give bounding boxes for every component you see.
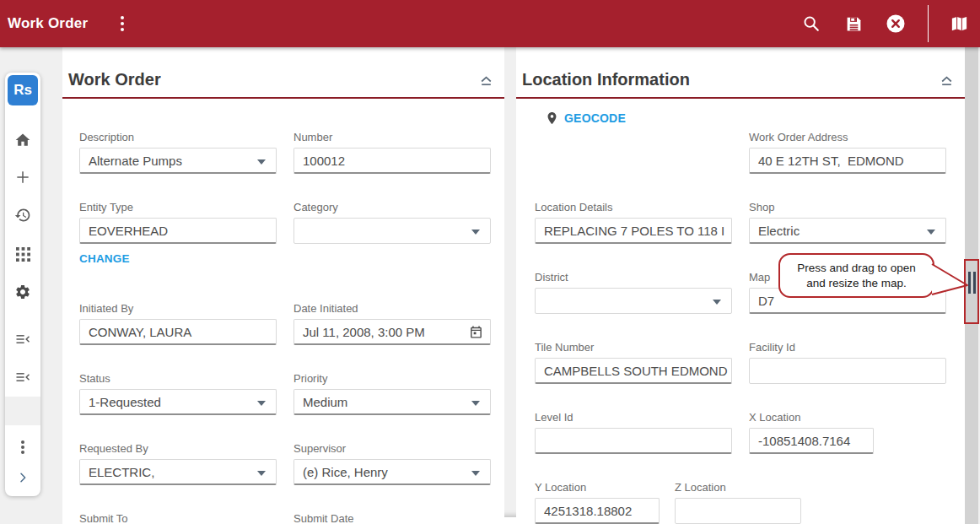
requested-by-field: Requested By ELECTRIC,	[79, 442, 277, 485]
tooltip-text: Press and drag to open and resize the ma…	[787, 261, 926, 291]
more-options-icon[interactable]	[13, 437, 33, 457]
add-new-icon[interactable]	[13, 167, 33, 187]
supervisor-field: Supervisor (e) Rice, Henry	[293, 442, 491, 485]
level-id-input[interactable]	[535, 428, 732, 454]
collapse-list-icon[interactable]	[13, 329, 33, 349]
district-field: District	[535, 271, 732, 314]
change-link[interactable]: CHANGE	[79, 252, 130, 265]
field-label: District	[535, 271, 732, 284]
shop-field: Shop Electric	[749, 201, 946, 244]
panel-title: Location Information	[522, 70, 690, 89]
field-label: Description	[79, 131, 277, 143]
field-value: Electric	[750, 219, 945, 243]
tile-number-field: Tile Number CAMPBELLS SOUTH EDMOND	[535, 341, 732, 384]
field-value: Alternate Pumps	[80, 149, 276, 173]
header-divider	[928, 5, 929, 42]
z-location-input[interactable]	[675, 498, 801, 524]
x-location-input[interactable]: -10851408.7164	[749, 428, 874, 454]
field-label: Facility Id	[749, 341, 946, 354]
location-pin-icon	[545, 110, 559, 127]
field-value: CAMPBELLS SOUTH EDMOND	[536, 359, 731, 383]
date-initiated-field: Date Initiated Jul 11, 2008, 3:00 PM	[293, 302, 491, 345]
expand-chevron-icon[interactable]	[13, 467, 33, 488]
save-icon[interactable]	[843, 14, 864, 34]
panel-title: Work Order	[68, 70, 161, 89]
entity-type-input[interactable]: EOVERHEAD	[79, 218, 277, 244]
calendar-icon[interactable]	[469, 325, 483, 339]
status-select[interactable]: 1-Requested	[79, 389, 277, 415]
field-value: -10851408.7164	[750, 429, 873, 453]
collapse-panel-icon[interactable]	[479, 74, 494, 89]
map-drag-handle[interactable]	[964, 259, 979, 324]
field-value: 4251318.18802	[536, 499, 659, 523]
drag-grip-bar	[973, 272, 976, 294]
dropdown-caret-icon	[713, 300, 721, 305]
work-order-address-input[interactable]: 40 E 12TH ST, EDMOND	[749, 148, 946, 174]
collapse-list-icon[interactable]	[13, 367, 33, 387]
field-value: ELECTRIC,	[80, 460, 276, 484]
z-location-field: Z Location	[675, 481, 801, 524]
category-select[interactable]	[293, 218, 491, 244]
work-order-address-field: Work Order Address 40 E 12TH ST, EDMOND	[749, 131, 946, 174]
field-value: Medium	[294, 390, 490, 414]
field-value: 40 E 12TH ST, EDMOND	[750, 149, 945, 173]
apps-grid-icon[interactable]	[13, 244, 33, 264]
number-input[interactable]: 100012	[293, 148, 491, 174]
level-id-field: Level Id	[535, 411, 732, 454]
dropdown-caret-icon	[257, 401, 266, 406]
description-select[interactable]: Alternate Pumps	[79, 148, 277, 174]
work-order-panel-header: Work Order	[62, 47, 504, 99]
y-location-field: Y Location 4251318.18802	[535, 481, 660, 524]
field-value: (e) Rice, Henry	[294, 460, 490, 484]
submit-to-field: Submit To	[79, 512, 277, 524]
home-icon[interactable]	[13, 130, 33, 150]
history-icon[interactable]	[13, 205, 33, 225]
app-title: Work Order	[8, 15, 88, 32]
facility-id-input[interactable]	[749, 358, 946, 384]
date-initiated-input[interactable]: Jul 11, 2008, 3:00 PM	[293, 319, 491, 345]
initiated-by-input[interactable]: CONWAY, LAURA	[79, 319, 277, 345]
field-label: Level Id	[535, 411, 732, 424]
description-field: Description Alternate Pumps	[79, 131, 277, 174]
initiated-by-field: Initiated By CONWAY, LAURA	[79, 302, 277, 345]
map-resize-tooltip: Press and drag to open and resize the ma…	[778, 253, 934, 298]
close-icon[interactable]	[886, 14, 906, 34]
shop-select[interactable]: Electric	[749, 218, 946, 244]
collapse-panel-icon[interactable]	[940, 74, 955, 89]
field-label: Location Details	[535, 201, 732, 213]
field-label: Number	[293, 131, 491, 143]
y-location-input[interactable]: 4251318.18802	[535, 498, 660, 524]
search-icon[interactable]	[801, 14, 821, 34]
location-details-field: Location Details REPLACING 7 POLES TO 11…	[535, 201, 732, 244]
status-field: Status 1-Requested	[79, 372, 277, 415]
dropdown-caret-icon	[471, 471, 480, 476]
work-order-panel: Work Order Description Alternate Pumps N…	[62, 47, 504, 524]
field-value: 1-Requested	[80, 390, 276, 414]
category-field: Category	[293, 201, 491, 244]
entity-type-field: Entity Type EOVERHEAD	[79, 201, 277, 244]
geocode-button[interactable]: GEOCODE	[545, 110, 626, 127]
location-details-input[interactable]: REPLACING 7 POLES TO 118 I	[535, 218, 732, 244]
header-actions	[801, 5, 980, 42]
x-location-field: X Location -10851408.7164	[749, 411, 874, 454]
field-label: Category	[293, 201, 491, 213]
kebab-menu-icon[interactable]	[112, 14, 132, 34]
app-logo[interactable]: Rs	[8, 75, 38, 105]
map-icon[interactable]	[949, 14, 969, 34]
supervisor-select[interactable]: (e) Rice, Henry	[293, 459, 491, 485]
settings-gear-icon[interactable]	[13, 282, 33, 302]
field-label: Submit Date	[293, 512, 491, 524]
field-label: X Location	[749, 411, 874, 424]
geocode-label: GEOCODE	[564, 111, 626, 125]
district-select[interactable]	[535, 288, 732, 314]
app-header: Work Order	[0, 0, 980, 47]
field-label: Requested By	[79, 442, 277, 455]
submit-date-field: Submit Date	[293, 512, 491, 524]
requested-by-select[interactable]: ELECTRIC,	[79, 459, 277, 485]
field-label: Work Order Address	[749, 131, 946, 143]
priority-select[interactable]: Medium	[293, 389, 491, 415]
dropdown-caret-icon	[927, 230, 935, 235]
field-label: Date Initiated	[293, 302, 491, 315]
field-label: Supervisor	[293, 442, 491, 455]
tile-number-input[interactable]: CAMPBELLS SOUTH EDMOND	[535, 358, 732, 384]
